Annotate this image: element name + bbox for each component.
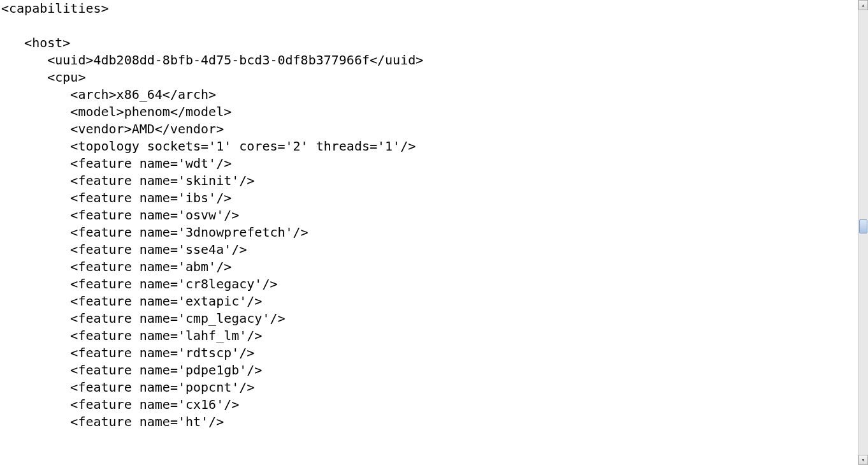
scroll-up-arrow-icon[interactable]: ▴: [858, 0, 868, 10]
vertical-scrollbar[interactable]: ▴ ▾: [858, 0, 868, 465]
xml-content: <capabilities> <host> <uuid>4db208dd-8bf…: [0, 0, 858, 465]
scrollbar-track[interactable]: [858, 10, 868, 455]
scroll-down-arrow-icon[interactable]: ▾: [858, 455, 868, 465]
scrollbar-thumb[interactable]: [859, 219, 867, 233]
